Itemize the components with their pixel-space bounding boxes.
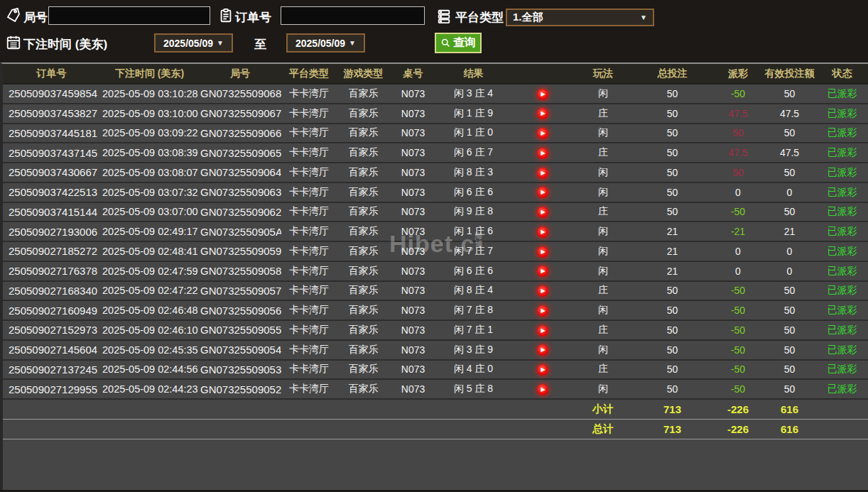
cell-table-number: N073 <box>390 143 436 163</box>
cell-play-type: 闲 <box>575 163 631 182</box>
cell-play-type: 庄 <box>575 143 631 163</box>
play-video-icon[interactable]: ▶ <box>537 325 548 337</box>
play-video-icon[interactable]: ▶ <box>537 384 548 395</box>
play-video-icon[interactable]: ▶ <box>537 89 548 100</box>
cell-status: 已派彩 <box>816 143 868 163</box>
play-video-icon[interactable]: ▶ <box>537 226 548 238</box>
to-label: 至 <box>254 36 266 53</box>
play-video-icon[interactable]: ▶ <box>537 305 548 317</box>
cell-play-type: 闲 <box>575 340 631 360</box>
cell-payout: 0 <box>713 182 763 202</box>
play-video-icon[interactable]: ▶ <box>537 344 548 356</box>
cell-table-number: N073 <box>390 379 436 399</box>
cell-valid-bet-amount: 21 <box>763 222 816 241</box>
platform-type-select[interactable]: 1.全部 ▼ <box>506 9 654 26</box>
cell-play-type: 闲 <box>575 300 631 320</box>
cell-total-bet: 50 <box>631 163 713 182</box>
cell-table-number: N073 <box>390 202 436 222</box>
cell-platform: 卡卡湾厅 <box>281 222 337 241</box>
cell-bet-time: 2025-05-09 03:07:00 <box>100 202 199 222</box>
cell-valid-bet-amount: 0 <box>763 261 816 281</box>
play-video-icon[interactable]: ▶ <box>537 108 548 119</box>
cell-result: 闲 4 庄 0 <box>436 360 511 380</box>
order-number-input[interactable] <box>281 6 425 25</box>
search-button[interactable]: 查询 <box>435 33 482 53</box>
play-video-icon[interactable]: ▶ <box>537 285 548 297</box>
cell-play-type: 闲 <box>575 84 631 104</box>
subtotal-payout: -226 <box>713 399 763 419</box>
cell-status: 已派彩 <box>816 202 868 222</box>
col-header-total: 总投注 <box>631 64 713 84</box>
search-icon <box>440 38 451 48</box>
cell-result: 闲 6 庄 7 <box>436 143 511 163</box>
col-header-play: 玩法 <box>575 64 631 84</box>
cell-payout: -50 <box>713 300 763 320</box>
cell-status: 已派彩 <box>816 360 868 380</box>
cell-valid-bet-amount: 50 <box>763 360 816 380</box>
cell-play-type: 闲 <box>575 379 631 399</box>
cell-payout: -50 <box>713 84 763 104</box>
cell-game-type: 百家乐 <box>337 320 390 340</box>
grand-total-valid: 616 <box>763 419 816 439</box>
bet-records-table: 订单号 下注时间 (美东) 局号 平台类型 游戏类型 桌号 结果 玩法 总投注 … <box>3 64 868 439</box>
clipboard-icon <box>218 8 234 23</box>
play-video-icon[interactable]: ▶ <box>537 364 548 376</box>
cell-game-type: 百家乐 <box>337 84 390 104</box>
cell-round-number: GN07325509054 <box>199 340 281 360</box>
grand-total-label: 总计 <box>575 419 631 439</box>
date-to-value: 2025/05/09 <box>295 38 345 49</box>
chevron-down-icon: ▼ <box>217 39 224 47</box>
cell-game-type: 百家乐 <box>337 281 390 301</box>
cell-order-number: 250509037430667 <box>3 163 100 182</box>
play-video-icon[interactable]: ▶ <box>537 207 548 218</box>
cell-game-type: 百家乐 <box>337 340 390 360</box>
cell-game-type: 百家乐 <box>337 202 390 222</box>
play-video-icon[interactable]: ▶ <box>537 187 548 198</box>
cell-status: 已派彩 <box>816 261 868 281</box>
cell-game-type: 百家乐 <box>337 104 390 124</box>
cell-status: 已派彩 <box>816 340 868 360</box>
cell-status: 已派彩 <box>816 320 868 340</box>
grand-total-total: 713 <box>631 419 713 439</box>
platform-type-value: 1.全部 <box>513 11 543 24</box>
cell-order-number: 250509037415144 <box>3 202 100 222</box>
cell-order-number: 250509027176378 <box>3 261 100 281</box>
cell-play-type: 庄 <box>575 202 631 222</box>
cell-game-type: 百家乐 <box>337 222 390 241</box>
cell-valid-bet-amount: 50 <box>763 379 816 399</box>
cell-total-bet: 50 <box>631 340 713 360</box>
cell-result: 闲 7 庄 7 <box>436 241 511 261</box>
cell-game-type: 百家乐 <box>337 182 390 202</box>
cell-bet-time: 2025-05-09 02:48:41 <box>100 241 199 261</box>
date-from-select[interactable]: 2025/05/09 ▼ <box>154 33 233 53</box>
cell-platform: 卡卡湾厅 <box>281 261 337 281</box>
cell-table-number: N073 <box>390 222 436 241</box>
cell-payout: -50 <box>713 360 763 380</box>
calendar-icon <box>6 35 21 50</box>
cell-valid-bet-amount: 47.5 <box>763 104 816 124</box>
cell-status: 已派彩 <box>816 124 868 143</box>
play-video-icon[interactable]: ▶ <box>537 246 548 258</box>
col-header-order: 订单号 <box>3 64 100 84</box>
filter-bar: 局号 订单号 平台类型 1.全部 ▼ 下注时间 (美东) 2025/05/09 … <box>0 0 868 62</box>
platform-type-label: 平台类型 <box>455 9 504 26</box>
cell-total-bet: 50 <box>631 84 713 104</box>
date-to-select[interactable]: 2025/05/09 ▼ <box>286 33 365 53</box>
play-video-icon[interactable]: ▶ <box>537 128 548 139</box>
round-number-input[interactable] <box>48 6 210 25</box>
cell-total-bet: 21 <box>631 261 713 281</box>
cell-round-number: GN07325509062 <box>199 202 281 222</box>
cell-round-number: GN07325509057 <box>199 281 281 301</box>
cell-bet-time: 2025-05-09 03:08:39 <box>100 143 199 163</box>
cell-platform: 卡卡湾厅 <box>281 300 337 320</box>
cell-table-number: N073 <box>390 241 436 261</box>
play-video-icon[interactable]: ▶ <box>537 266 548 277</box>
play-video-icon[interactable]: ▶ <box>537 148 548 159</box>
cell-order-number: 250509037445181 <box>3 124 100 143</box>
cell-result: 闲 1 庄 6 <box>436 222 511 241</box>
round-number-label: 局号 <box>23 9 48 26</box>
cell-order-number: 250509027160949 <box>3 300 100 320</box>
col-header-platform: 平台类型 <box>281 64 337 84</box>
play-video-icon[interactable]: ▶ <box>537 168 548 179</box>
cell-status: 已派彩 <box>816 379 868 399</box>
